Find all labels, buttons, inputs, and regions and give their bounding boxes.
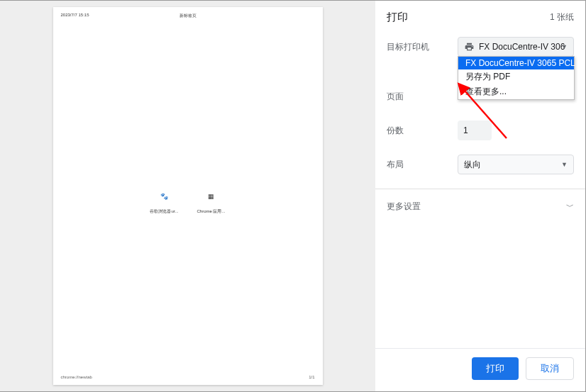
preview-page-number: 1/1 xyxy=(309,375,314,379)
preview-thumb: 🐾 谷歌浏览器ur... xyxy=(148,191,182,215)
destination-value: FX DocuCentre-IV 306 xyxy=(479,42,565,52)
preview-page: 2023/7/7 15:15 新标签页 🐾 谷歌浏览器ur... ▦ Chrom… xyxy=(53,7,323,385)
printer-icon xyxy=(464,42,475,52)
more-settings-label: 更多设置 xyxy=(387,201,421,213)
destination-option[interactable]: FX DocuCentre-IV 3065 PCL 6 xyxy=(458,57,574,69)
preview-footer-url: chrome://newtab xyxy=(61,375,92,379)
preview-page-title: 新标签页 xyxy=(179,13,197,19)
destination-option-save-pdf[interactable]: 另存为 PDF xyxy=(458,69,574,84)
chevron-down-icon: ▼ xyxy=(561,161,568,168)
apps-icon: ▦ xyxy=(206,191,216,201)
more-settings-toggle[interactable]: 更多设置 ﹀ xyxy=(387,189,574,224)
print-settings-panel: 打印 1 张纸 目标打印机 FX DocuCentre-IV 306 ▼ FX … xyxy=(375,1,585,391)
copies-label: 份数 xyxy=(387,125,458,137)
preview-thumb-label: Chrome 应用... xyxy=(197,208,225,215)
preview-datetime: 2023/7/7 15:15 xyxy=(61,13,89,17)
layout-value: 纵向 xyxy=(464,159,481,171)
destination-option-see-more[interactable]: 查看更多... xyxy=(458,84,574,99)
preview-thumb-label: 谷歌浏览器ur... xyxy=(150,208,178,215)
print-preview-panel: 2023/7/7 15:15 新标签页 🐾 谷歌浏览器ur... ▦ Chrom… xyxy=(0,1,375,391)
chevron-down-icon: ▼ xyxy=(561,43,568,50)
layout-select[interactable]: 纵向 ▼ xyxy=(458,155,574,174)
pages-label: 页面 xyxy=(387,91,458,103)
print-title: 打印 xyxy=(387,11,408,24)
paw-icon: 🐾 xyxy=(160,191,170,201)
print-button[interactable]: 打印 xyxy=(472,357,519,380)
destination-dropdown: FX DocuCentre-IV 3065 PCL 6 另存为 PDF 查看更多… xyxy=(458,56,575,100)
destination-select[interactable]: FX DocuCentre-IV 306 ▼ xyxy=(458,37,574,57)
destination-label: 目标打印机 xyxy=(387,41,458,53)
preview-thumb: ▦ Chrome 应用... xyxy=(194,191,228,215)
copies-input[interactable] xyxy=(458,121,492,140)
cancel-button[interactable]: 取消 xyxy=(526,357,574,380)
dialog-footer: 打印 取消 xyxy=(375,348,585,391)
sheet-count: 1 张纸 xyxy=(550,11,574,23)
chevron-down-icon: ﹀ xyxy=(566,201,574,212)
layout-label: 布局 xyxy=(387,159,458,171)
